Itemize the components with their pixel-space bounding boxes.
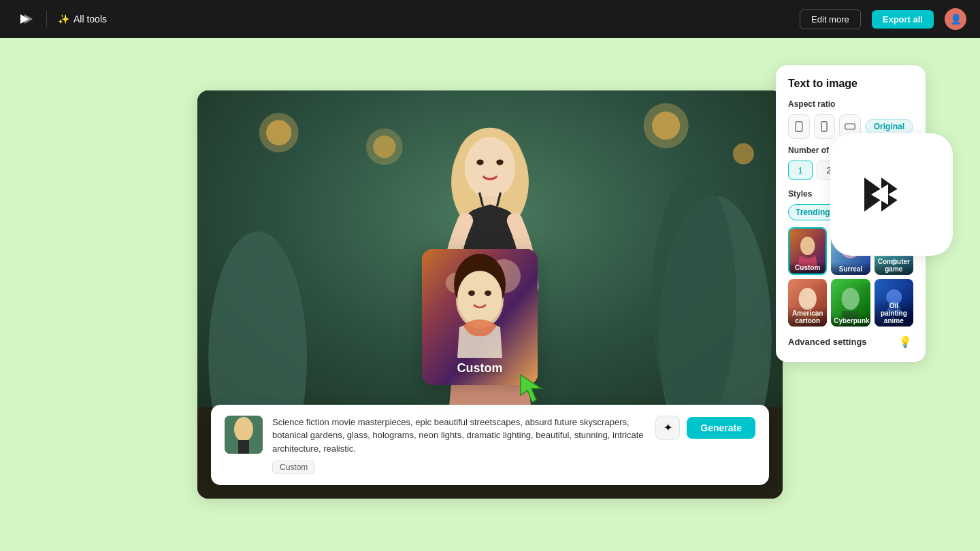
svg-rect-24 (796, 122, 802, 131)
capcut-logo-svg (851, 167, 932, 222)
prompt-text: Science fiction movie masterpieces, epic… (272, 416, 646, 456)
style-item-oil[interactable]: Oil painting anime (875, 279, 913, 327)
style-item-computer-label: Computer game (875, 255, 913, 275)
export-all-button[interactable]: Export all (872, 10, 934, 29)
style-item-oil-label: Oil painting anime (875, 299, 913, 327)
svg-rect-23 (238, 440, 249, 454)
wand-icon: ✨ (58, 14, 69, 24)
svg-rect-25 (821, 122, 827, 131)
prompt-actions: ✦ Generate (655, 416, 755, 440)
all-tools-label: All tools (74, 14, 107, 24)
svg-point-17 (496, 159, 503, 165)
generate-button[interactable]: Generate (687, 417, 755, 439)
prompt-bar: Science fiction movie masterpieces, epic… (211, 405, 769, 486)
custom-popup-card: Custom (422, 249, 538, 385)
svg-point-22 (234, 417, 253, 441)
svg-point-7 (644, 103, 689, 148)
style-item-custom-label: Custom (789, 261, 826, 273)
svg-point-16 (476, 159, 483, 165)
style-item-custom[interactable]: Custom (788, 227, 827, 275)
style-item-american[interactable]: American cartoon (788, 279, 827, 327)
advanced-settings-label[interactable]: Advanced settings (788, 337, 867, 347)
thumb-svg (225, 416, 263, 454)
capcut-logo-overlay (830, 133, 953, 256)
advanced-settings-row: Advanced settings 💡 (788, 333, 913, 350)
svg-rect-26 (845, 124, 855, 129)
svg-point-8 (733, 144, 754, 165)
style-item-american-label: American cartoon (788, 307, 827, 327)
panel-title: Text to image (788, 78, 913, 90)
num-images-1-btn[interactable]: 1 (788, 161, 813, 180)
svg-point-49 (457, 271, 502, 325)
svg-point-15 (465, 137, 515, 199)
svg-marker-52 (521, 375, 541, 402)
svg-point-51 (485, 290, 491, 296)
aspect-ratio-phone-btn[interactable] (814, 114, 836, 139)
main-area: Science fiction movie masterpieces, epic… (0, 38, 980, 551)
style-item-surreal-label: Surreal (831, 263, 870, 275)
svg-point-10 (652, 175, 736, 428)
top-navigation: ✨ All tools Edit more Export all 👤 (0, 0, 980, 38)
nav-divider (46, 11, 47, 27)
svg-point-3 (259, 113, 299, 152)
svg-point-38 (842, 288, 860, 310)
prompt-tag[interactable]: Custom (272, 461, 315, 474)
user-avatar[interactable]: 👤 (945, 8, 966, 30)
sparkle-icon: ✦ (664, 421, 672, 434)
aspect-ratio-portrait-btn[interactable] (788, 114, 810, 139)
lightbulb-icon[interactable]: 💡 (897, 333, 913, 350)
style-item-cyberpunk[interactable]: Cyberpunk (831, 279, 870, 327)
prompt-content: Science fiction movie masterpieces, epic… (272, 416, 646, 475)
custom-popup-background: Custom (422, 249, 538, 385)
sparkle-button[interactable]: ✦ (655, 416, 680, 440)
all-tools-nav[interactable]: ✨ All tools (58, 14, 107, 24)
svg-point-5 (366, 129, 403, 165)
svg-point-50 (468, 290, 475, 296)
app-logo[interactable] (14, 8, 35, 30)
svg-point-28 (800, 237, 815, 255)
aspect-ratio-original-btn[interactable]: Original (865, 119, 913, 134)
aspect-ratio-label: Aspect ratio (788, 99, 913, 109)
cursor-svg (517, 371, 551, 405)
prompt-thumbnail (225, 416, 263, 454)
edit-more-button[interactable]: Edit more (800, 10, 861, 29)
style-item-cyberpunk-label: Cyberpunk (831, 314, 870, 327)
